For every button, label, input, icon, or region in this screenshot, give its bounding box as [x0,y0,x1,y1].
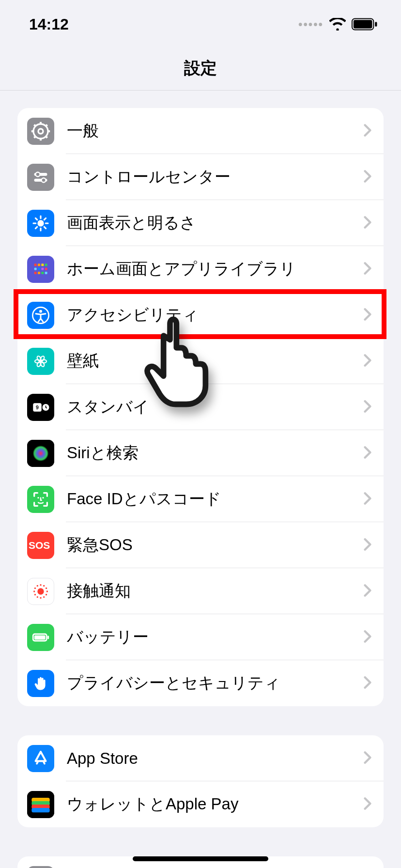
svg-line-10 [34,124,35,126]
row-exposure[interactable]: 接触通知 [17,568,384,614]
row-label: ウォレットとApple Pay [67,793,363,815]
svg-line-21 [35,227,37,228]
row-label: バッテリー [67,626,363,648]
chevron-right-icon [363,491,372,508]
settings-group: App Store ウォレットとApple Pay [17,735,384,827]
svg-point-64 [37,585,38,586]
svg-rect-2 [375,22,377,27]
chevron-right-icon [363,537,372,554]
chevron-right-icon [363,353,372,370]
status-time: 14:12 [29,16,69,33]
svg-point-17 [37,220,44,226]
svg-point-46 [39,359,43,363]
row-siri[interactable]: Siriと検索 [17,430,384,476]
chevron-right-icon [363,169,372,186]
svg-point-62 [33,590,35,592]
svg-point-51 [33,445,49,461]
svg-rect-32 [41,267,44,270]
svg-point-61 [34,594,36,595]
chevron-right-icon [363,399,372,416]
svg-point-58 [43,596,45,597]
row-battery[interactable]: バッテリー [17,614,384,660]
chevron-right-icon [363,261,372,278]
svg-point-15 [36,172,40,176]
row-label: 一般 [67,120,363,142]
chevron-right-icon [363,445,372,462]
svg-point-16 [42,178,46,182]
status-right: ••••• [298,17,378,31]
exposure-icon [27,578,54,605]
row-label: App Store [67,749,363,768]
chevron-right-icon [363,583,372,600]
battery-icon [27,624,54,651]
svg-point-66 [43,585,45,586]
svg-line-19 [44,227,46,228]
svg-text:9: 9 [36,404,39,410]
svg-rect-37 [45,272,47,274]
wallet-icon [27,791,54,818]
row-label: 画面表示と明るさ [67,212,363,234]
row-label: コントロールセンター [67,166,363,188]
svg-rect-35 [38,272,40,274]
row-sos[interactable]: SOS 緊急SOS [17,522,384,568]
row-wallet[interactable]: ウォレットとApple Pay [17,781,384,827]
svg-point-39 [39,310,42,312]
svg-point-63 [34,587,36,589]
sun-icon [27,210,54,237]
row-appstore[interactable]: App Store [17,735,384,781]
svg-rect-33 [45,267,47,270]
battery-icon [352,18,378,31]
home-indicator[interactable] [133,856,268,861]
svg-line-8 [34,136,35,138]
svg-point-60 [37,596,38,597]
svg-line-25 [44,218,46,219]
svg-point-65 [40,584,41,586]
svg-rect-70 [47,636,49,639]
svg-text:SOS: SOS [29,540,50,551]
svg-point-59 [40,597,41,598]
chevron-right-icon [363,123,372,140]
svg-point-67 [46,587,47,589]
sliders-icon [27,164,54,191]
accessibility-icon [27,302,54,329]
chevron-right-icon [363,215,372,232]
key-icon [27,866,54,868]
row-controlcenter[interactable]: コントロールセンター [17,154,384,200]
page-title: 設定 [0,48,401,91]
row-label: Face IDとパスコード [67,488,363,510]
siri-icon [27,440,54,467]
grid-icon [27,256,54,283]
row-faceid[interactable]: Face IDとパスコード [17,476,384,522]
svg-rect-75 [31,808,49,812]
appstore-icon [27,745,54,772]
svg-rect-28 [41,264,44,266]
flower-icon [27,348,54,375]
sos-icon: SOS [27,532,54,559]
hand-icon [27,670,54,697]
row-display[interactable]: 画面表示と明るさ [17,200,384,246]
svg-point-57 [46,594,47,595]
svg-rect-26 [34,264,37,266]
gear-icon [27,118,54,145]
svg-point-52 [37,497,39,498]
clock-icon: 9 [27,394,54,421]
svg-rect-36 [41,272,44,274]
svg-line-23 [35,218,37,219]
svg-line-6 [46,136,47,138]
chevron-right-icon [363,796,372,813]
row-label: プライバシーとセキュリティ [67,672,363,694]
row-privacy[interactable]: プライバシーとセキュリティ [17,660,384,706]
svg-point-55 [37,588,44,594]
row-general[interactable]: 一般 [17,108,384,154]
chevron-right-icon [363,307,372,324]
svg-point-53 [42,497,44,498]
face-icon [27,486,54,513]
svg-rect-34 [34,272,37,274]
chevron-right-icon [363,750,372,767]
svg-rect-1 [354,20,372,28]
svg-point-56 [46,590,48,592]
row-label: 接触通知 [67,580,363,602]
row-home[interactable]: ホーム画面とアプリライブラリ [17,246,384,292]
svg-point-4 [38,129,43,134]
svg-rect-30 [34,267,37,270]
